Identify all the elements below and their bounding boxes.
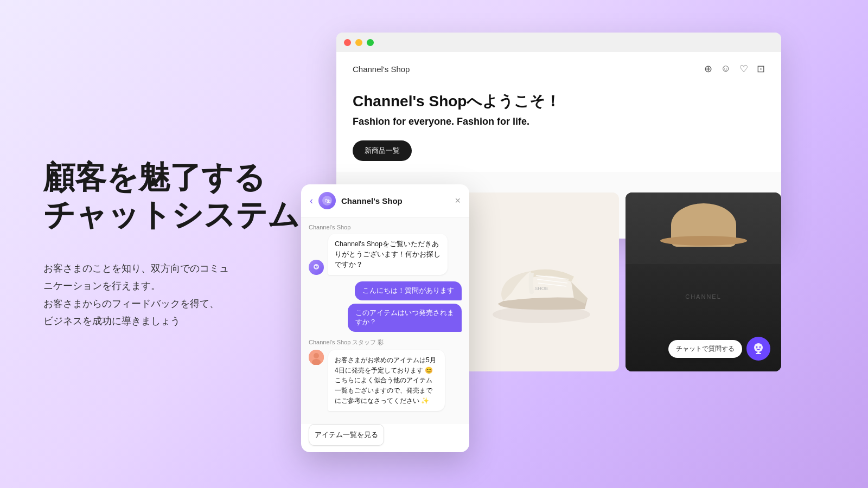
chat-bot-icon [751,342,765,356]
window-maximize-dot[interactable] [367,39,374,46]
user-icon[interactable]: ☺ [721,63,731,75]
svg-point-14 [317,266,318,267]
user-messages: こんにちは！質問があります このアイテムはいつ発売されますか？ [309,281,462,332]
svg-rect-9 [756,353,761,354]
svg-point-12 [314,264,319,269]
sneaker-svg: SHOE [487,233,596,331]
left-section: 顧客を魅了するチャットシステム お客さまのことを知り、双方向でのコミュ ニケーシ… [43,0,336,488]
sneaker-visual: SHOE [463,192,619,371]
staff-reply-row: お客さまがお求めのアイテムは5月4日に発売を予定しております 😊 こちらによく似… [309,350,462,411]
staff-avatar [309,350,324,365]
svg-point-6 [756,346,758,348]
sneaker-product-image: SHOE [463,192,619,371]
chat-back-button[interactable]: ‹ [310,195,313,207]
chat-close-button[interactable]: × [455,195,461,207]
heart-icon[interactable]: ♡ [739,63,748,75]
product-images: SHOE CHANNEL チャットで質問する [463,192,781,371]
main-heading: 顧客を魅了するチャットシステム [43,158,336,234]
browser-content: Channel's Shop ⊕ ☺ ♡ ⊡ Channel's Shopへよう… [336,52,781,172]
shop-nav: Channel's Shop ⊕ ☺ ♡ ⊡ [353,63,765,75]
chat-shop-avatar: 🛍 [318,192,336,209]
svg-point-13 [315,266,316,267]
svg-text:SHOE: SHOE [534,286,548,291]
globe-icon[interactable]: ⊕ [704,63,712,75]
new-items-button[interactable]: 新商品一覧 [353,140,412,161]
chat-window: ‹ 🛍 Channel's Shop × Channel's Shop Chan… [301,184,469,452]
chat-bubble-text: チャットで質問する [668,340,742,358]
sender-label: Channel's Shop [309,224,462,230]
nav-icons: ⊕ ☺ ♡ ⊡ [704,63,765,75]
chat-avatar-bubble[interactable] [746,337,770,361]
svg-point-5 [754,343,763,352]
chat-messages: Channel's Shop Channel's Shopをご覧いただきありがと… [301,217,469,424]
cart-icon[interactable]: ⊡ [757,63,765,75]
person-product-image: CHANNEL チャットで質問する [626,192,781,371]
view-items-button[interactable]: アイテム一覧を見る [309,424,384,446]
hero-title: Channel's Shopへようこそ！ [353,91,765,112]
svg-point-7 [760,346,761,348]
staff-message-bubble: お客さまがお求めのアイテムは5月4日に発売を予定しております 😊 こちらによく似… [328,350,445,411]
bot-message-bubble: Channel's Shopをご覧いただきありがとうございます！何かお探しですか… [328,234,448,275]
window-close-dot[interactable] [344,39,351,46]
chat-overlay: チャットで質問する [668,337,770,361]
user-bubble-2: このアイテムはいつ発売されますか？ [348,304,462,332]
shop-name: Channel's Shop [353,65,410,74]
browser-titlebar [336,33,781,52]
hero-subtitle: Fashion for everyone. Fashion for life. [353,116,765,127]
svg-point-16 [314,353,319,358]
sub-text: お客さまのことを知り、双方向でのコミュ ニケーションを行えます。 お客さまからの… [43,260,336,330]
hat-brim [660,236,747,246]
staff-label: Channel's Shop スタッフ 彩 [309,338,462,346]
chat-header: ‹ 🛍 Channel's Shop × [301,184,469,217]
bot-message-row: Channel's Shopをご覧いただきありがとうございます！何かお探しですか… [309,234,462,275]
window-minimize-dot[interactable] [355,39,362,46]
bot-avatar [309,260,324,275]
chat-shop-name: Channel's Shop [341,196,455,206]
svg-text:🛍: 🛍 [324,197,331,204]
user-bubble-1: こんにちは！質問があります [355,281,462,300]
